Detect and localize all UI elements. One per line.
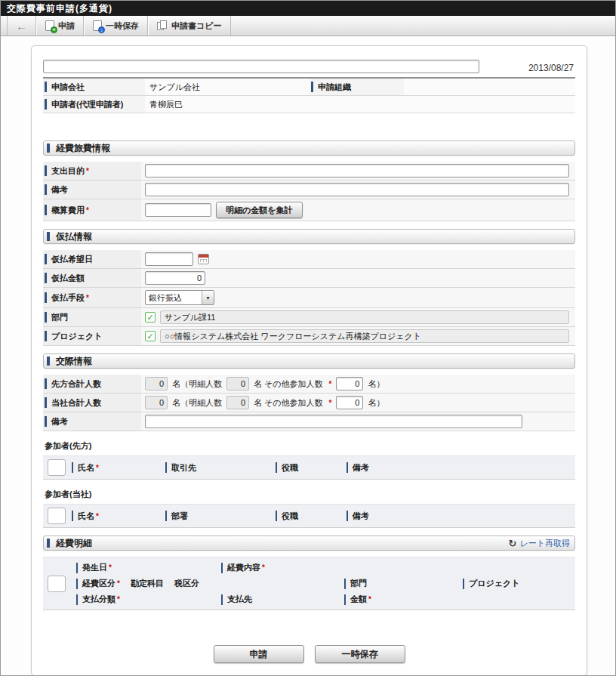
- section-title: 経費旅費情報: [56, 142, 110, 155]
- accent-bar: [47, 232, 50, 241]
- back-button[interactable]: ←: [7, 16, 36, 35]
- section-title: 仮払情報: [56, 230, 92, 243]
- company-label: 申請会社: [43, 79, 145, 95]
- temp-save-toolbar-button[interactable]: ↓ 一時保存: [84, 16, 148, 35]
- required-mark: *: [86, 206, 89, 215]
- department-label: 部門: [43, 308, 141, 326]
- guest-other-input[interactable]: 0: [336, 377, 363, 390]
- calendar-icon[interactable]: [198, 254, 209, 264]
- organization-value: [404, 79, 575, 95]
- advance-amount-row: 仮払金額 0: [43, 269, 575, 288]
- apply-toolbar-button[interactable]: + 申請: [36, 16, 84, 35]
- window-title-bar: 交際費事前申請(多通貨): [1, 1, 615, 16]
- guest-col-client: 取引先: [165, 456, 276, 479]
- sum-details-button[interactable]: 明細の金額を集計: [216, 202, 303, 218]
- detail-col-amount: 金額 *: [344, 591, 575, 607]
- back-arrow-icon: ←: [16, 20, 27, 32]
- chevron-down-icon: ▼: [202, 291, 214, 304]
- company-col-position: 役職: [276, 505, 346, 527]
- advance-amount-label: 仮払金額: [43, 269, 141, 287]
- applicant-value: 青柳辰巳: [145, 96, 575, 113]
- project-row: プロジェクト ✓ ○○情報システム株式会社 ワークフローシステム再構築プロジェク…: [43, 327, 575, 346]
- purpose-label: 支出目的 *: [43, 162, 141, 180]
- rate-refresh-link[interactable]: ↻ レート再取得: [509, 538, 570, 549]
- detail-header-row-1: 発生日 * 経費内容 *: [76, 560, 575, 576]
- section-title: 交際情報: [56, 355, 92, 368]
- company-row-selector[interactable]: [48, 508, 66, 524]
- project-checkbox[interactable]: ✓: [145, 331, 156, 341]
- table-row: 申請会社 サンプル会社 申請組織: [43, 79, 575, 96]
- applicant-info-table: 申請会社 サンプル会社 申請組織 申請者(代理申請者) 青柳辰巳: [43, 79, 575, 113]
- save-doc-icon: ↓: [93, 20, 102, 31]
- required-mark: *: [329, 380, 332, 388]
- required-mark: *: [86, 167, 89, 175]
- section-social-info: 交際情報: [43, 353, 575, 369]
- subject-input[interactable]: [43, 60, 479, 73]
- company-participants-title: 参加者(当社): [45, 489, 575, 500]
- guest-col-position: 役職: [276, 456, 346, 479]
- expense-detail-header: 発生日 * 経費内容 * 経費区分 *: [43, 557, 575, 610]
- department-value: サンプル課11: [160, 310, 569, 324]
- accent-bar: [47, 357, 50, 366]
- advance-date-input[interactable]: [145, 252, 193, 266]
- form-panel: 2013/08/27 申請会社 サンプル会社 申請組織: [31, 45, 587, 676]
- section-advance-info: 仮払情報: [43, 229, 575, 244]
- purpose-row: 支出目的 *: [43, 162, 575, 181]
- department-checkbox[interactable]: ✓: [145, 312, 156, 323]
- department-row: 部門 ✓ サンプル課11: [43, 308, 575, 327]
- estimate-input[interactable]: [145, 203, 211, 217]
- guest-count-label: 先方合計人数: [43, 375, 141, 393]
- footer-actions: 申請 一時保存: [43, 645, 575, 663]
- advance-method-select[interactable]: 銀行振込 ▼: [145, 290, 214, 305]
- guest-col-note: 備考: [346, 456, 575, 479]
- organization-label: 申請組織: [310, 79, 404, 95]
- detail-header-row-2: 経費区分 * 勘定科目 税区分 部門 プロジェクト: [76, 576, 575, 591]
- accent-bar: [45, 99, 47, 110]
- application-date: 2013/08/27: [528, 63, 575, 73]
- copy-icon: [157, 20, 168, 31]
- detail-col-department: 部門: [344, 576, 463, 591]
- guest-participants-title: 参加者(先方): [45, 440, 575, 452]
- advance-amount-input[interactable]: 0: [145, 271, 205, 285]
- guest-col-name: 氏名 *: [72, 456, 165, 479]
- estimate-row: 概算費用 * 明細の金額を集計: [43, 199, 575, 221]
- detail-row-selector[interactable]: [48, 576, 66, 592]
- required-mark: *: [96, 512, 99, 520]
- detail-col-account: 勘定科目: [131, 578, 164, 589]
- temp-save-submit-button[interactable]: 一時保存: [315, 645, 405, 663]
- required-mark: *: [262, 563, 265, 572]
- detail-header-row-3: 支払分類 * 支払先 金額 *: [76, 591, 575, 607]
- company-detail-readonly: 0: [226, 396, 249, 409]
- copy-application-button[interactable]: 申請書コピー: [148, 16, 231, 35]
- apply-toolbar-label: 申請: [58, 20, 75, 32]
- company-other-input[interactable]: 0: [336, 396, 363, 409]
- company-count-row: 当社合計人数 0 名（明細人数 0 名 その他参加人数* 0 名）: [43, 394, 575, 412]
- advance-date-row: 仮払希望日: [43, 250, 575, 269]
- estimate-label: 概算費用 *: [43, 199, 141, 221]
- guest-row-selector[interactable]: [48, 459, 66, 476]
- company-value: サンプル会社: [145, 79, 310, 95]
- required-mark: *: [109, 563, 112, 572]
- apply-submit-button[interactable]: 申請: [214, 645, 304, 663]
- company-participants-header: 氏名 * 部署 役職 備考: [43, 504, 575, 528]
- advance-method-row: 仮払手段 * 銀行振込 ▼: [43, 288, 575, 308]
- social-note-input[interactable]: [145, 415, 522, 428]
- company-col-name: 氏名 *: [72, 505, 165, 527]
- required-mark: *: [86, 294, 89, 302]
- section-expense-detail: 経費明細 ↻ レート再取得: [43, 536, 575, 551]
- social-note-label: 備考: [43, 412, 141, 431]
- note-label: 備考: [43, 181, 141, 199]
- note-input[interactable]: [145, 183, 569, 196]
- content-area: 2013/08/27 申請会社 サンプル会社 申請組織: [1, 36, 615, 676]
- section-expense-info: 経費旅費情報: [43, 140, 575, 156]
- required-mark: *: [329, 399, 332, 407]
- purpose-input[interactable]: [145, 164, 569, 177]
- accent-bar: [45, 82, 47, 92]
- copy-application-label: 申請書コピー: [171, 20, 222, 32]
- detail-col-tax: 税区分: [174, 578, 199, 589]
- detail-col-project: プロジェクト: [463, 576, 575, 591]
- refresh-icon: ↻: [509, 538, 517, 549]
- company-total-readonly: 0: [145, 396, 168, 409]
- detail-col-category-group: 経費区分 * 勘定科目 税区分: [76, 576, 344, 591]
- detail-col-content: 経費内容 *: [221, 560, 575, 576]
